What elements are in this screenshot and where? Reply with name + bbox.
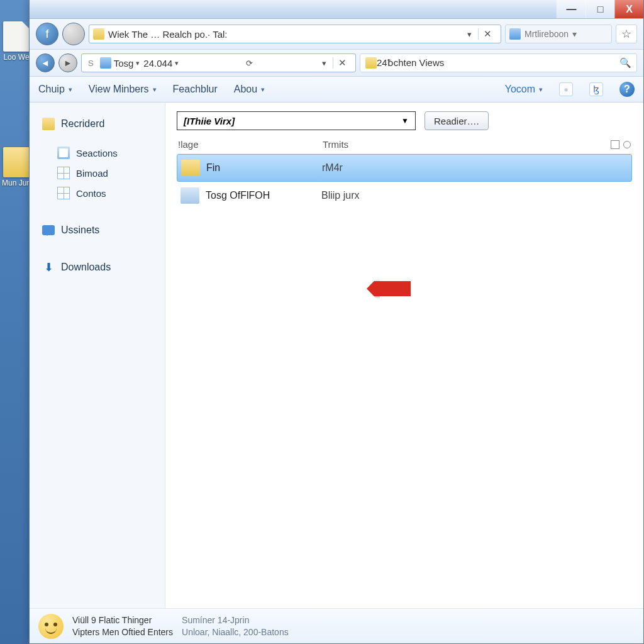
sidebar-item-contos[interactable]: Contos — [30, 183, 165, 203]
breadcrumb-seg[interactable]: 24.044 — [143, 58, 172, 69]
chevron-down-icon: ▼ — [401, 116, 409, 125]
breadcrumb-row: ◄ ► S Tosg ▾ 24.044 ▾ ⟳ ▾ ✕ 24ƀchten Vie… — [30, 50, 643, 77]
desktop-icon[interactable]: Loo We — [1, 21, 31, 62]
minimize-button[interactable]: — — [557, 0, 586, 18]
folder-icon — [180, 187, 199, 204]
sidebar-item-label: Ussinets — [61, 225, 99, 236]
star-button[interactable]: ☆ — [616, 25, 637, 43]
chat-icon — [42, 225, 55, 235]
status-line: Vipters Men Oftied Enters — [72, 626, 173, 638]
address-clear-button[interactable]: ✕ — [478, 28, 497, 40]
back-button[interactable]: ◄ — [36, 53, 55, 72]
view-combo[interactable]: [IThiie Virx] ▼ — [177, 111, 416, 130]
breadcrumb-seg[interactable]: Tosg — [114, 58, 134, 69]
nav-secondary-button[interactable] — [62, 23, 85, 45]
page-icon — [509, 28, 521, 40]
toolbar: Chuip▾ View Minbers▾ Feachblur Abou▾ Yoc… — [30, 77, 643, 103]
help-button[interactable]: ? — [619, 82, 635, 97]
status-line: Unloar, Niaallc, 200-Batons — [182, 626, 289, 638]
desktop-icon-label: Mun Jun — [1, 179, 31, 187]
column-header-name[interactable]: !lage — [178, 139, 323, 150]
favorites-label: Mrtlireboon — [525, 29, 569, 39]
address-bar[interactable]: Wiek The … Realch po.· Tal: ▾ ✕ — [89, 25, 501, 43]
content-pane: [IThiie Virx] ▼ Readier…. !lage Trmits F… — [165, 103, 643, 608]
readier-button[interactable]: Readier…. — [425, 111, 489, 130]
breadcrumb-refresh[interactable]: ⟳ — [243, 58, 255, 68]
sidebar-item-bimoad[interactable]: Bimoad — [30, 163, 165, 183]
sidebar-item-label: Bimoad — [76, 168, 108, 179]
address-bar-row: f Wiek The … Realch po.· Tal: ▾ ✕ Mrtlir… — [30, 19, 643, 50]
breadcrumb-bar[interactable]: S Tosg ▾ 24.044 ▾ ⟳ ▾ ✕ — [81, 53, 356, 72]
column-headers: !lage Trmits — [177, 136, 632, 154]
status-bar: Viüll 9 Flatic Thinger Vipters Men Oftie… — [30, 608, 643, 643]
folder-icon — [365, 57, 377, 69]
favorites-box[interactable]: Mrtlireboon ▾ — [505, 25, 612, 43]
window-body: Recriderd Seactions Bimoad Contos — [30, 103, 643, 608]
column-header-trmits[interactable]: Trmits — [323, 139, 611, 150]
file-list: Fin rM4r Tosg OfFlFOH Bliip jurx — [177, 154, 632, 209]
list-item[interactable]: Fin rM4r — [177, 154, 632, 182]
drive-icon — [100, 57, 111, 69]
desktop-icon-label: Loo We — [1, 53, 31, 62]
menu-view-minbers[interactable]: View Minbers▾ — [89, 84, 157, 95]
menu-feachblur[interactable]: Feachblur — [173, 84, 218, 95]
chevron-down-icon[interactable]: ▾ — [136, 59, 140, 67]
menu-chuip[interactable]: Chuip▾ — [38, 84, 72, 95]
sidebar-item-recriderd[interactable]: Recriderd — [30, 114, 165, 134]
toolbar-icon-2[interactable]: ɮ — [589, 82, 603, 96]
search-icon[interactable]: 🔍 — [619, 57, 631, 69]
annotation-arrow-icon — [367, 281, 411, 296]
sidebar-item-label: Downloads — [61, 262, 111, 273]
sidebar-item-downloads[interactable]: ⬇ Downloads — [30, 257, 165, 277]
app-button[interactable]: f — [36, 23, 58, 45]
header-checkbox[interactable] — [611, 140, 619, 149]
list-item-col2: rM4r — [322, 162, 628, 174]
combo-value: [IThiie Virx] — [184, 116, 235, 126]
sidebar-item-label: Seactions — [76, 148, 118, 158]
emoji-icon — [38, 614, 64, 639]
maximize-button[interactable]: □ — [586, 0, 614, 18]
folder-icon — [3, 147, 30, 177]
list-item-name: Tosg OfFlFOH — [206, 190, 270, 201]
breadcrumb-clear[interactable]: ✕ — [333, 57, 352, 69]
document-icon — [3, 21, 30, 52]
breadcrumb-dropdown[interactable]: ▾ — [319, 58, 329, 68]
toolbar-icon-1[interactable]: ▫ — [559, 82, 573, 96]
sidebar-item-label: Contos — [76, 188, 106, 199]
header-radio[interactable] — [623, 141, 631, 148]
sidebar-item-seactions[interactable]: Seactions — [30, 143, 165, 163]
search-box[interactable]: 24ƀchten Views 🔍 — [360, 53, 637, 72]
chevron-down-icon[interactable]: ▾ — [175, 59, 179, 67]
grid-icon — [57, 187, 70, 199]
close-button[interactable]: X — [614, 0, 643, 18]
search-placeholder: 24ƀchten Views — [377, 57, 444, 69]
titlebar: — □ X — [30, 0, 643, 19]
list-item-name: Fin — [206, 162, 220, 174]
menu-abou[interactable]: Abou▾ — [234, 84, 265, 95]
breadcrumb-prefix: S — [86, 58, 96, 68]
download-icon: ⬇ — [42, 261, 55, 274]
list-item-col2: Bliip jurx — [321, 190, 628, 201]
folder-icon — [181, 160, 200, 176]
chevron-down-icon: ▾ — [572, 29, 577, 39]
status-line: Viüll 9 Flatic Thinger — [72, 614, 173, 626]
address-dropdown[interactable]: ▾ — [465, 30, 474, 39]
pictures-icon — [57, 147, 70, 159]
explorer-window: — □ X f Wiek The … Realch po.· Tal: ▾ ✕ … — [29, 0, 644, 644]
address-path: Wiek The … Realch po.· Tal: — [108, 29, 228, 40]
folder-icon — [42, 118, 55, 130]
status-line: Sumíner 14-Jprin — [182, 614, 289, 626]
list-item[interactable]: Tosg OfFlFOH Bliip jurx — [177, 182, 632, 209]
desktop-icon[interactable]: Mun Jun — [1, 147, 31, 187]
forward-button[interactable]: ► — [58, 53, 77, 72]
sidebar: Recriderd Seactions Bimoad Contos — [30, 103, 165, 608]
folder-icon — [93, 28, 104, 40]
sidebar-item-ussinets[interactable]: Ussinets — [30, 221, 165, 240]
toolbar-link-yocom[interactable]: Yocom▾ — [505, 84, 543, 95]
grid-icon — [57, 167, 70, 179]
sidebar-item-label: Recriderd — [61, 118, 104, 130]
